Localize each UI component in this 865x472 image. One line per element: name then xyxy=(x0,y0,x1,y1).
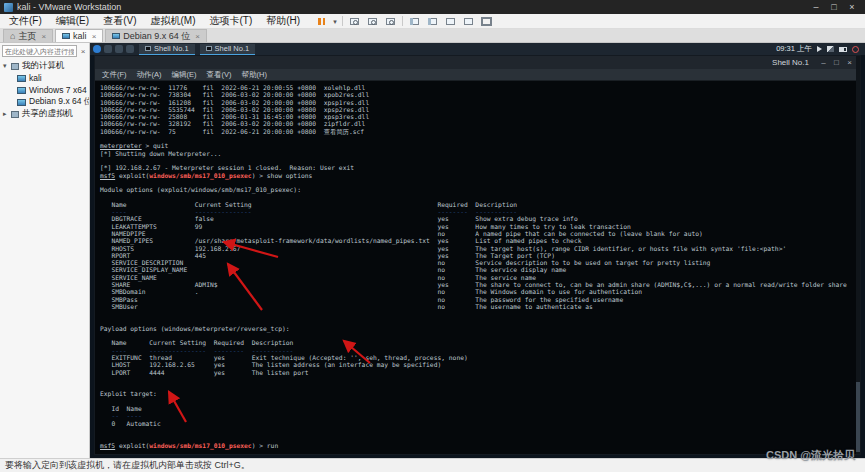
terminal-menubar: 文件(F) 动作(A) 编辑(E) 查看(V) 帮助(H) xyxy=(95,69,860,81)
terminal-minimize-button[interactable]: – xyxy=(817,58,830,67)
tree-item-label: Debian 9.x 64 位 xyxy=(29,96,89,108)
taskbar-window-label: Shell No.1 xyxy=(215,44,250,53)
tree-item-label: Windows 7 x64 xyxy=(29,85,87,95)
terminal-menu-edit[interactable]: 编辑(E) xyxy=(172,70,197,80)
library-search-input[interactable] xyxy=(2,45,77,57)
shared-vms-icon xyxy=(11,111,19,118)
fullscreen-button[interactable] xyxy=(480,16,493,27)
tab-close-icon[interactable]: × xyxy=(195,32,200,41)
volume-icon[interactable] xyxy=(817,46,822,52)
terminal-icon xyxy=(145,46,151,51)
tab-home[interactable]: ⌂ 主页 × xyxy=(3,29,53,42)
scrollbar-thumb[interactable] xyxy=(856,382,860,452)
show-library-button[interactable] xyxy=(408,16,421,27)
tab-debian-label: Debian 9.x 64 位 xyxy=(123,30,190,43)
terminal-close-button[interactable]: × xyxy=(843,58,856,67)
taskbar-window-1[interactable]: Shell No.1 xyxy=(139,44,195,55)
expander-icon[interactable]: ▸ xyxy=(3,110,11,118)
csdn-watermark: CSDN @流光拾贝 xyxy=(766,448,855,463)
terminal-launcher-icon[interactable] xyxy=(126,45,134,53)
menu-tabs[interactable]: 选项卡(T) xyxy=(202,14,259,28)
status-bar: 要将输入定向到该虚拟机，请在虚拟机内部单击或按 Ctrl+G。 xyxy=(0,458,865,472)
terminal-menu-file[interactable]: 文件(F) xyxy=(102,70,127,80)
tab-kali[interactable]: kali × xyxy=(55,29,103,42)
tree-item-debian[interactable]: Debian 9.x 64 位 xyxy=(0,96,89,108)
toolbar-separator xyxy=(402,16,403,26)
vmware-window: kali - VMware Workstation – □ × 文件(F) 编辑… xyxy=(0,0,865,472)
close-button[interactable]: × xyxy=(843,0,861,14)
vm-icon xyxy=(112,33,120,39)
terminal-maximize-button[interactable]: □ xyxy=(830,58,843,67)
tree-item-my-computer[interactable]: ▾ 我的计算机 xyxy=(0,60,89,72)
tab-close-icon[interactable]: × xyxy=(92,32,97,41)
vmware-logo-icon xyxy=(4,3,13,12)
terminal-menu-actions[interactable]: 动作(A) xyxy=(137,70,162,80)
terminal-scrollbar[interactable] xyxy=(856,56,860,454)
tab-home-label: 主页 xyxy=(18,30,36,43)
clock[interactable]: 09:31 上午 xyxy=(776,44,812,54)
terminal-title: Shell No.1 xyxy=(772,58,809,67)
kali-menu-icon[interactable] xyxy=(93,45,101,53)
tree-item-kali[interactable]: kali xyxy=(0,72,89,84)
library-close-icon[interactable]: × xyxy=(79,47,87,56)
unity-mode-button[interactable] xyxy=(462,16,475,27)
tree-item-windows7[interactable]: Windows 7 x64 xyxy=(0,84,89,96)
tab-bar: ⌂ 主页 × kali × Debian 9.x 64 位 × xyxy=(0,29,865,43)
suspend-caret-icon[interactable]: ▾ xyxy=(333,16,337,27)
battery-icon[interactable] xyxy=(839,47,847,52)
guest-screen[interactable]: Shell No.1 Shell No.1 09:31 上午 xyxy=(90,43,865,458)
terminal-menu-help[interactable]: 帮助(H) xyxy=(242,70,267,80)
toolbar-separator xyxy=(342,16,343,26)
kali-panel: Shell No.1 Shell No.1 09:31 上午 xyxy=(90,43,865,55)
manage-snapshots-button[interactable] xyxy=(384,16,397,27)
revert-snapshot-button[interactable] xyxy=(366,16,379,27)
vm-tree: ▾ 我的计算机 kali Windows 7 x64 Debian 9.x 64… xyxy=(0,60,89,120)
tree-item-label: 共享的虚拟机 xyxy=(22,108,73,120)
menu-view[interactable]: 查看(V) xyxy=(96,14,143,28)
tree-item-label: kali xyxy=(29,73,42,83)
file-manager-icon[interactable] xyxy=(115,45,123,53)
maximize-button[interactable]: □ xyxy=(825,0,843,14)
vm-icon xyxy=(17,99,26,106)
library-panel: × ▾ 我的计算机 kali Windows 7 x64 xyxy=(0,43,90,458)
window-titlebar: kali - VMware Workstation – □ × xyxy=(0,0,865,14)
menu-edit[interactable]: 编辑(E) xyxy=(49,14,96,28)
menu-bar: 文件(F) 编辑(E) 查看(V) 虚拟机(M) 选项卡(T) 帮助(H) ▾ xyxy=(0,14,865,29)
console-view-button[interactable] xyxy=(444,16,457,27)
suspend-button[interactable] xyxy=(315,16,328,27)
tab-kali-label: kali xyxy=(73,31,87,41)
show-desktop-icon[interactable] xyxy=(104,45,112,53)
computer-icon xyxy=(11,63,19,70)
terminal-menu-view[interactable]: 查看(V) xyxy=(207,70,232,80)
home-icon: ⌂ xyxy=(10,31,15,41)
terminal-titlebar[interactable]: Shell No.1 – □ × xyxy=(95,56,860,69)
tree-item-label: 我的计算机 xyxy=(22,60,65,72)
power-icon[interactable] xyxy=(852,46,859,53)
status-hint: 要将输入定向到该虚拟机，请在虚拟机内部单击或按 Ctrl+G。 xyxy=(5,459,250,472)
show-thumbnail-bar-button[interactable] xyxy=(426,16,439,27)
vm-icon xyxy=(17,75,26,82)
minimize-button[interactable]: – xyxy=(807,0,825,14)
taskbar-window-2[interactable]: Shell No.1 xyxy=(200,44,256,55)
vm-icon xyxy=(17,87,26,94)
vm-icon xyxy=(62,33,70,39)
toolbar: ▾ xyxy=(315,16,493,27)
take-snapshot-button[interactable] xyxy=(348,16,361,27)
menu-vm[interactable]: 虚拟机(M) xyxy=(143,14,202,28)
menu-file[interactable]: 文件(F) xyxy=(2,14,49,28)
menu-help[interactable]: 帮助(H) xyxy=(259,14,307,28)
window-title: kali - VMware Workstation xyxy=(17,2,121,12)
tree-item-shared-vms[interactable]: ▸ 共享的虚拟机 xyxy=(0,108,89,120)
terminal-icon xyxy=(206,46,212,51)
tab-debian[interactable]: Debian 9.x 64 位 × xyxy=(105,29,207,42)
terminal-output[interactable]: 100666/rw-rw-rw- 11776 fil 2022-06-21 20… xyxy=(95,81,860,454)
network-icon[interactable] xyxy=(827,46,834,52)
tab-close-icon[interactable]: × xyxy=(41,32,46,41)
terminal-window: Shell No.1 – □ × 文件(F) 动作(A) 编辑(E) 查看(V)… xyxy=(94,55,861,455)
taskbar-window-label: Shell No.1 xyxy=(154,44,189,53)
expander-icon[interactable]: ▾ xyxy=(3,62,11,70)
